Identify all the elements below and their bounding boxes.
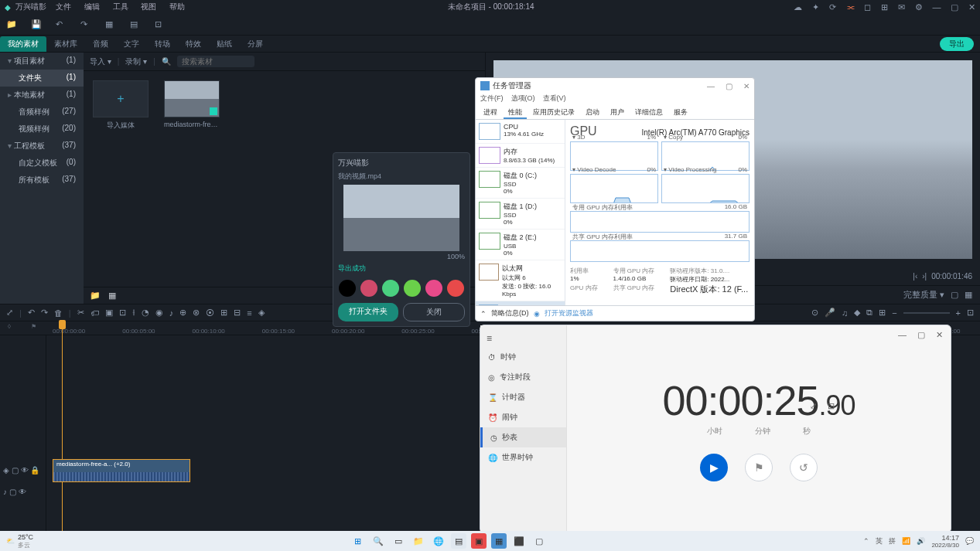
- import-media-slot[interactable]: +: [93, 80, 149, 117]
- tm-menu-options[interactable]: 选项(O): [511, 94, 535, 106]
- audio-track-label[interactable]: ♪ ▢ 👁: [0, 481, 46, 502]
- tool-d-icon[interactable]: ⊞: [220, 308, 227, 318]
- tm-close-icon[interactable]: ✕: [743, 82, 750, 90]
- sidebar-item-video-samples[interactable]: 视频样例(20): [0, 121, 84, 138]
- audio-icon[interactable]: ♪: [169, 308, 174, 318]
- user-icon[interactable]: ◻: [864, 2, 871, 12]
- tm-tab-services[interactable]: 服务: [669, 106, 692, 119]
- tool-a-icon[interactable]: ⊕: [179, 308, 186, 318]
- tl-marker-icon[interactable]: ◆: [854, 308, 860, 318]
- sidebar-item-all-templates[interactable]: 所有模板(37): [0, 172, 84, 189]
- tray-clock[interactable]: 14:172022/8/30: [931, 534, 959, 549]
- next-mark-icon[interactable]: ›|: [922, 272, 927, 281]
- share-iqiyi-icon[interactable]: [404, 280, 421, 297]
- flag-button[interactable]: ⚑: [745, 454, 773, 481]
- maximize-icon[interactable]: ▢: [951, 2, 958, 12]
- menu-tools[interactable]: 工具: [113, 2, 128, 11]
- share-youku-icon[interactable]: [360, 280, 377, 297]
- tm-menu-view[interactable]: 查看(V): [543, 94, 566, 106]
- clock-close-icon[interactable]: ✕: [936, 330, 943, 340]
- grid-overlay-icon[interactable]: ▦: [965, 290, 972, 300]
- tm-tab-users[interactable]: 用户: [606, 106, 629, 119]
- explorer-icon[interactable]: 📁: [411, 533, 426, 549]
- tl-link-icon[interactable]: ⊞: [879, 308, 886, 318]
- sidebar-item-project[interactable]: ▾ 项目素材(1): [0, 53, 84, 70]
- tool-b-icon[interactable]: ⊗: [193, 308, 200, 318]
- color-icon[interactable]: ◉: [155, 308, 163, 318]
- sparkle-icon[interactable]: ✦: [812, 2, 819, 12]
- menu-file[interactable]: 文件: [56, 2, 71, 11]
- tl-rec-icon[interactable]: ⊙: [811, 308, 818, 318]
- clock-item-timer[interactable]: ⌛计时器: [480, 387, 566, 407]
- taskview-icon[interactable]: ▭: [391, 533, 406, 549]
- quality-dropdown[interactable]: 完整质量 ▾: [903, 289, 944, 301]
- sidebar-item-audio-samples[interactable]: 音频样例(27): [0, 104, 84, 121]
- tool-f-icon[interactable]: ≡: [247, 308, 251, 318]
- sidebar-item-local[interactable]: ▸ 本地素材(1): [0, 87, 84, 104]
- tm-tab-history[interactable]: 应用历史记录: [528, 106, 579, 119]
- app-1-icon[interactable]: ▤: [451, 533, 466, 549]
- minimize-icon[interactable]: —: [932, 2, 941, 12]
- search-input[interactable]: [177, 56, 254, 67]
- sidebar-item-templates[interactable]: ▾ 工程模板(37): [0, 138, 84, 155]
- close-icon[interactable]: ✕: [968, 2, 975, 12]
- tab-audio[interactable]: 音频: [85, 36, 116, 52]
- marker-icon[interactable]: ◊: [8, 323, 11, 330]
- clock-item-stopwatch[interactable]: ◷秒表: [480, 427, 566, 447]
- cut-icon[interactable]: ✂: [77, 308, 84, 318]
- tm-tab-performance[interactable]: 性能: [504, 106, 527, 119]
- clock-menu-icon[interactable]: ≡: [480, 330, 566, 347]
- zoom-fit-icon[interactable]: ⊡: [967, 308, 974, 318]
- tray-ime[interactable]: 拼: [889, 536, 896, 546]
- compact-icon[interactable]: ⊡: [828, 401, 835, 411]
- tray-up-icon[interactable]: ⌃: [863, 537, 869, 545]
- tag-icon[interactable]: 🏷: [90, 308, 99, 318]
- tab-splitscreen[interactable]: 分屏: [240, 36, 271, 52]
- tray-lang[interactable]: 英: [876, 536, 883, 546]
- tm-res-ethernet[interactable]: 以太网以太网 6发送: 0 接收: 16.0 Kbps: [476, 260, 565, 301]
- tray-notify-icon[interactable]: 💬: [965, 537, 974, 545]
- app-4-icon[interactable]: ⬛: [511, 533, 527, 549]
- crop2-icon[interactable]: ⊡: [119, 308, 126, 318]
- tm-tab-details[interactable]: 详细信息: [630, 106, 668, 119]
- video-track-label[interactable]: ◈ ▢ 👁 🔒: [0, 459, 46, 481]
- app-5-icon[interactable]: ▢: [531, 533, 547, 549]
- snapshot-icon[interactable]: ▢: [951, 290, 958, 300]
- sidebar-item-folder[interactable]: 文件夹(1): [0, 70, 84, 87]
- tm-res-memory[interactable]: 内存8.8/63.3 GB (14%): [476, 144, 565, 168]
- tool-5-icon[interactable]: ▦: [105, 19, 116, 30]
- app-2-icon[interactable]: ▣: [471, 533, 487, 549]
- tab-effects[interactable]: 特效: [178, 36, 209, 52]
- tm-res-disk2[interactable]: 磁盘 2 (E:)USB0%: [476, 230, 565, 260]
- tm-minimize-icon[interactable]: —: [707, 82, 715, 90]
- edge-icon[interactable]: 🌐: [431, 533, 446, 549]
- flag-icon[interactable]: ⚑: [31, 323, 36, 330]
- tm-res-disk0[interactable]: 磁盘 0 (C:)SSD0%: [476, 168, 565, 199]
- speed-icon[interactable]: ◔: [142, 308, 149, 318]
- sidebar-item-custom-templates[interactable]: 自定义模板(0): [0, 155, 84, 172]
- app-3-icon[interactable]: ▦: [491, 533, 507, 549]
- delete-icon[interactable]: 🗑: [54, 308, 63, 318]
- open-resmon-link[interactable]: 打开资源监视器: [545, 308, 593, 318]
- tool-g-icon[interactable]: ◈: [258, 308, 265, 318]
- clock-item-focus[interactable]: ◎专注时段: [480, 367, 566, 387]
- weather-widget[interactable]: ⛅ 25°C多云: [6, 533, 33, 549]
- media-clip-thumb[interactable]: [164, 80, 220, 117]
- export-button[interactable]: 导出: [940, 37, 974, 51]
- tl-mic-icon[interactable]: 🎤: [825, 308, 835, 318]
- arrow-up-icon[interactable]: ⌃: [480, 310, 487, 318]
- save-icon[interactable]: 💾: [31, 19, 42, 30]
- tl-magnet-icon[interactable]: ⧉: [866, 308, 872, 318]
- tool-c-icon[interactable]: ⦿: [206, 308, 214, 318]
- tool-e-icon[interactable]: ⊟: [234, 308, 241, 318]
- tab-my-assets[interactable]: 我的素材: [0, 36, 46, 52]
- menu-help[interactable]: 帮助: [169, 2, 185, 11]
- settings-icon[interactable]: ⚙: [915, 2, 923, 12]
- clock-item-world[interactable]: 🌐世界时钟: [480, 447, 566, 468]
- start-button[interactable]: ⊞: [350, 533, 366, 549]
- tool-7-icon[interactable]: ⊡: [155, 19, 166, 30]
- tray-volume-icon[interactable]: 🔊: [917, 537, 925, 545]
- import-dropdown[interactable]: 导入 ▾: [90, 56, 111, 67]
- mail-icon[interactable]: ✉: [898, 2, 905, 12]
- search-taskbar-icon[interactable]: 🔍: [370, 533, 386, 549]
